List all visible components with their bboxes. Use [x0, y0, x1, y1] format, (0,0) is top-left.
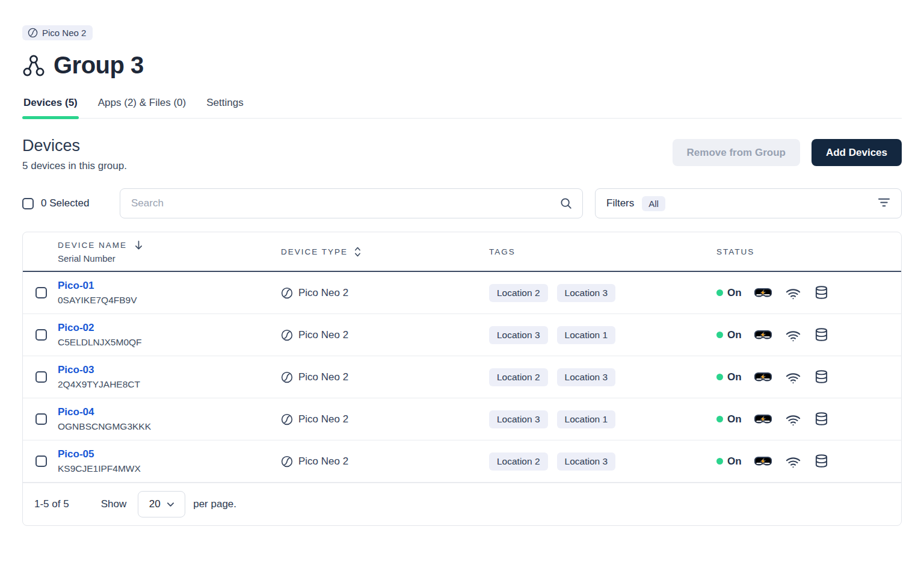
table-row: Pico-02 C5ELDLNJX5M0QF Pico Neo 2 Locati…	[23, 314, 901, 356]
sort-descending-icon	[134, 240, 143, 250]
select-all-checkbox[interactable]	[22, 198, 34, 209]
wifi-icon	[786, 371, 801, 384]
device-name-link[interactable]: Pico-03	[58, 364, 94, 376]
pico-logo-icon	[281, 287, 293, 299]
device-type-cell: Pico Neo 2	[281, 371, 489, 383]
table-row: Pico-03 2Q4X9TYJAHE8CT Pico Neo 2 Locati…	[23, 356, 901, 398]
filters-value-chip[interactable]: All	[642, 196, 665, 211]
device-name-link[interactable]: Pico-04	[58, 406, 94, 418]
pagination-show-label: Show	[101, 498, 127, 510]
device-name-link[interactable]: Pico-01	[58, 280, 94, 292]
filter-icon[interactable]	[878, 197, 890, 210]
column-header-tags: Tags	[489, 246, 701, 257]
devices-section-header: Devices 5 devices in this group. Remove …	[22, 137, 902, 172]
search-input[interactable]	[120, 188, 583, 218]
table-row: Pico-01 0SAYIKE7Q4FB9V Pico Neo 2 Locati…	[23, 272, 901, 314]
row-checkbox[interactable]	[35, 287, 47, 298]
pagination-suffix: per page.	[193, 498, 236, 510]
headset-battery-icon	[754, 329, 772, 341]
search-icon	[559, 197, 573, 212]
device-serial: KS9CJE1IPF4MWX	[58, 463, 281, 474]
device-type-cell: Pico Neo 2	[281, 329, 489, 341]
device-type-cell: Pico Neo 2	[281, 287, 489, 299]
section-heading: Devices	[22, 137, 127, 155]
remove-from-group-button[interactable]: Remove from Group	[673, 139, 800, 166]
status-label: On	[727, 413, 742, 425]
column-header-device-type[interactable]: Device Type	[281, 246, 489, 258]
tag-chip: Location 2	[489, 284, 548, 302]
pico-logo-icon	[281, 371, 293, 383]
search-box	[120, 188, 583, 218]
add-devices-button[interactable]: Add Devices	[812, 139, 902, 166]
pico-logo-icon	[281, 455, 293, 468]
selected-count-label: 0 Selected	[41, 197, 89, 209]
row-checkbox[interactable]	[35, 455, 47, 467]
tab-bar: Devices (5) Apps (2) & Files (0) Setting…	[22, 97, 902, 119]
pico-logo-icon	[281, 329, 293, 341]
tab-settings[interactable]: Settings	[205, 97, 244, 118]
storage-icon	[815, 454, 828, 468]
storage-icon	[815, 412, 828, 426]
tag-chip: Location 3	[557, 284, 616, 302]
tags-cell: Location 2 Location 3	[489, 368, 701, 386]
headset-battery-icon	[754, 413, 772, 425]
chevron-down-icon	[167, 502, 174, 507]
table-header-row: Device Name Serial Number Device Type	[23, 232, 901, 272]
active-tab-underline	[22, 116, 79, 119]
device-name-link[interactable]: Pico-02	[58, 322, 94, 334]
tag-chip: Location 2	[489, 452, 548, 471]
wifi-icon	[786, 286, 801, 300]
page-title: Group 3	[54, 52, 144, 79]
online-dot	[716, 416, 723, 422]
tab-devices[interactable]: Devices (5)	[22, 97, 79, 118]
column-header-device-name[interactable]: Device Name Serial Number	[58, 240, 281, 264]
column-header-status: Status	[716, 246, 901, 257]
storage-icon	[815, 328, 828, 342]
tag-chip: Location 1	[557, 326, 616, 344]
breadcrumb-label: Pico Neo 2	[42, 28, 86, 38]
status-cell: On	[716, 328, 901, 342]
status-label: On	[727, 287, 742, 299]
headset-battery-icon	[754, 455, 772, 467]
status-label: On	[727, 371, 742, 383]
headset-battery-icon	[754, 371, 772, 383]
headset-battery-icon	[754, 287, 772, 298]
filters-control[interactable]: Filters All	[595, 188, 902, 218]
row-checkbox[interactable]	[35, 371, 47, 383]
tag-chip: Location 3	[557, 368, 616, 386]
device-serial: 0SAYIKE7Q4FB9V	[58, 295, 281, 306]
table-row: Pico-04 OGNBSCNGMG3KKK Pico Neo 2 Locati…	[23, 398, 901, 440]
table-row: Pico-05 KS9CJE1IPF4MWX Pico Neo 2 Locati…	[23, 440, 901, 483]
pagination-range: 1-5 of 5	[34, 498, 69, 510]
online-dot	[716, 374, 723, 380]
storage-icon	[815, 286, 828, 300]
row-checkbox[interactable]	[35, 413, 47, 425]
pico-logo-icon	[28, 28, 38, 38]
table-controls: 0 Selected Filters All	[22, 188, 902, 218]
filters-label: Filters	[606, 197, 634, 209]
tag-chip: Location 3	[489, 326, 548, 344]
device-serial: 2Q4X9TYJAHE8CT	[58, 379, 281, 390]
status-label: On	[727, 455, 742, 468]
tag-chip: Location 2	[489, 368, 548, 386]
device-name-link[interactable]: Pico-05	[58, 448, 94, 460]
tag-chip: Location 3	[557, 452, 616, 471]
device-serial: OGNBSCNGMG3KKK	[58, 421, 281, 432]
device-type-cell: Pico Neo 2	[281, 455, 489, 468]
group-detail-page: Pico Neo 2 Group 3 Devices (5) Apps (2) …	[0, 0, 924, 526]
tags-cell: Location 3 Location 1	[489, 410, 701, 428]
status-label: On	[727, 329, 742, 341]
tab-apps-files[interactable]: Apps (2) & Files (0)	[97, 97, 187, 118]
page-size-select[interactable]: 20	[138, 491, 185, 517]
devices-table: Device Name Serial Number Device Type	[22, 232, 902, 526]
device-serial: C5ELDLNJX5M0QF	[58, 337, 281, 348]
status-cell: On	[716, 286, 901, 300]
breadcrumb[interactable]: Pico Neo 2	[22, 25, 93, 40]
sort-both-icon	[354, 246, 362, 258]
storage-icon	[815, 370, 828, 384]
wifi-icon	[786, 413, 801, 426]
wifi-icon	[786, 329, 801, 342]
online-dot	[716, 332, 723, 338]
row-checkbox[interactable]	[35, 329, 47, 341]
status-cell: On	[716, 412, 901, 426]
